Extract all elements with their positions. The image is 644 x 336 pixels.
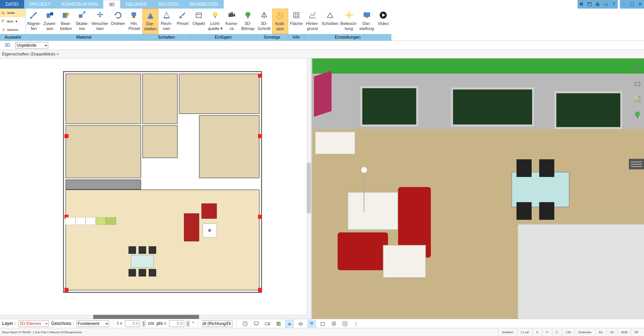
darstellung-icon (362, 10, 372, 20)
ribbon-3dschnitt-button[interactable]: 3D- Schnitt (256, 9, 272, 34)
furniture-icon[interactable] (632, 79, 642, 89)
menu-tab-konstruktion[interactable]: KONSTRUKTION (56, 0, 103, 9)
svg-rect-42 (131, 255, 154, 268)
ribbon-kamera-button[interactable]: Kame- ra (224, 9, 240, 34)
tilt-icon[interactable] (285, 320, 294, 327)
menu-tab-gelaende[interactable]: GELÄNDE (120, 0, 153, 9)
ribbon-rechnen-button[interactable]: Rech- nen (158, 9, 175, 34)
svg-point-28 (314, 12, 316, 14)
grid-icon[interactable] (330, 320, 338, 327)
ribbon-hintergrund-label: Hinter- grund (306, 21, 319, 31)
lichtquelle-icon (210, 10, 220, 20)
scroll-thumb[interactable] (307, 163, 311, 213)
ribbon-objekt-button[interactable]: Objekt (191, 9, 207, 34)
tree-icon[interactable] (632, 110, 642, 120)
ribbon-group-label: Einfügen (191, 34, 256, 41)
geschoss-label: Geschoss : (51, 321, 74, 326)
more-icon[interactable] (352, 320, 360, 327)
hintergrund-icon (307, 10, 317, 20)
separator (198, 320, 198, 327)
svg-point-9 (147, 17, 153, 19)
clock-icon[interactable] (241, 320, 249, 327)
ribbon-3dbitmap-button[interactable]: 3D- Bitmap (240, 9, 256, 34)
svg-point-74 (356, 322, 357, 322)
plan-scrollbar-horizontal[interactable] (0, 314, 306, 319)
svg-text:N: N (344, 322, 346, 325)
ribbon-drehen-button[interactable]: Drehen (110, 9, 126, 34)
ribbon-zuweisen-button[interactable]: Zuwei- sen (42, 9, 58, 34)
ribbon-lichtquelle-label: Licht- quelle ▾ (208, 21, 223, 31)
chair-icon (539, 202, 554, 220)
plan-kitchen-icon (66, 217, 121, 225)
plan-room (66, 74, 141, 124)
l-input[interactable] (125, 320, 140, 327)
tools-icon[interactable]: 🛠 (577, 0, 586, 9)
layers-icon[interactable] (296, 320, 305, 327)
maximize-button[interactable]: ☐ (628, 0, 636, 9)
status-sel: 1:1 sel (517, 328, 532, 336)
menu-tab-datei[interactable]: DATEI (0, 0, 24, 9)
menu-tab-projekt[interactable]: PROJEKT (24, 0, 56, 9)
layer-select[interactable]: 2D-Elemen (18, 320, 49, 327)
optionen-button[interactable]: Optionen (0, 25, 25, 34)
2d-plan-pane[interactable] (0, 58, 312, 319)
layers-icon[interactable] (632, 63, 642, 73)
ribbon-verschieben-label: Verschie- ben (91, 21, 109, 31)
menu-tab-bearbeiten[interactable]: BEARBEITEN (184, 0, 224, 9)
ribbon-kollision-button[interactable]: Kolli- sion (272, 9, 288, 34)
ribbon-hintergrund-button[interactable]: Hinter- grund (304, 9, 320, 34)
dl-input[interactable] (202, 320, 233, 327)
minimize-button[interactable]: – (620, 0, 628, 9)
window-icon[interactable]: ▭ (602, 0, 610, 9)
mark-button[interactable]: Mark. ▼ (0, 17, 25, 26)
selekt-button[interactable]: Selekt (0, 9, 25, 17)
close-button[interactable]: ✕ (636, 0, 644, 9)
chair-icon (517, 202, 532, 220)
schatten-icon (325, 10, 335, 20)
ribbon-video-button[interactable]: Video (375, 9, 391, 34)
svg-rect-47 (139, 269, 146, 277)
stack-icon[interactable] (274, 320, 283, 327)
ribbon-darstellen-button[interactable]: Dar- stellen (142, 9, 158, 34)
help-icon[interactable]: ? (610, 0, 618, 9)
terrain-select[interactable]: Urgelände (15, 42, 48, 49)
scroll-thumb[interactable] (93, 315, 199, 319)
chair-icon (517, 159, 532, 177)
right-panel-handle[interactable] (629, 159, 644, 169)
menu-tab-3d[interactable]: 3D (103, 0, 120, 9)
ribbon-verschieben-button[interactable]: Verschie- ben (90, 9, 110, 34)
window-icon (360, 86, 418, 127)
ribbon-bearbeiten-button[interactable]: Bear- beiten (58, 9, 74, 34)
ribbon-pinsel-button[interactable]: Pinsel (175, 9, 191, 34)
north-icon[interactable]: N (341, 320, 349, 327)
phi-input[interactable] (169, 320, 184, 327)
save-icon[interactable]: 🗔 (586, 0, 594, 9)
layers2-icon[interactable] (307, 320, 316, 327)
print-icon[interactable]: 🖶 (594, 0, 602, 9)
palette-icon[interactable] (632, 94, 642, 104)
camera-icon[interactable] (263, 320, 272, 327)
plan-marker (258, 74, 262, 78)
svg-rect-21 (247, 16, 248, 18)
ribbon-abgreifen-button[interactable]: Abgrei- fen (26, 9, 42, 34)
svg-point-75 (356, 323, 357, 324)
l-spinner[interactable]: ▲▼ (142, 321, 146, 327)
box-icon[interactable] (318, 320, 327, 327)
menu-tab-sichten[interactable]: SICHTEN (153, 0, 184, 9)
ribbon-skalieren-button[interactable]: Skalie- ren (74, 9, 90, 34)
plan-marker (258, 215, 262, 219)
ribbon-flaeche-button[interactable]: Fläche (288, 9, 304, 34)
ribbon-darstellung-button[interactable]: Dar- stellung (358, 9, 375, 34)
screen-icon[interactable] (252, 320, 261, 327)
ribbon-schatten-button[interactable]: Schatten (320, 9, 339, 34)
plan-room (142, 74, 178, 124)
properties-label[interactable]: Eigenschaften (Doppelklick)-> (2, 52, 59, 57)
plan-scrollbar-vertical[interactable] (306, 58, 311, 319)
svg-rect-8 (133, 16, 135, 18)
3d-view-pane[interactable] (312, 58, 644, 319)
ribbon-beleuchtung-button[interactable]: Beleuch- tung (339, 9, 358, 34)
phi-spinner[interactable]: ▲▼ (186, 321, 190, 327)
geschoss-select[interactable]: Fundament (76, 320, 109, 327)
ribbon-hinpinsel-button[interactable]: Hin. Pinsel (126, 9, 142, 34)
ribbon-lichtquelle-button[interactable]: Licht- quelle ▾ (207, 9, 224, 34)
